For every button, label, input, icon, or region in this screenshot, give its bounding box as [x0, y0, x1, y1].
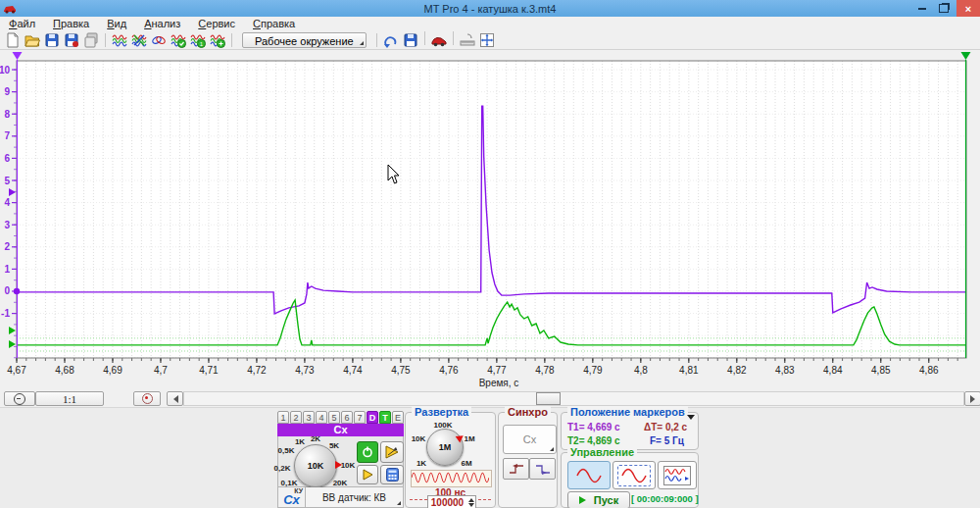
waveform-one-icon[interactable]: 1	[188, 31, 208, 49]
channel-tab-3[interactable]: 3	[303, 411, 315, 424]
gain-scale-label: 0,5K	[278, 446, 295, 455]
sweep-scale-label: 1K	[416, 459, 426, 468]
target-icon	[142, 393, 153, 404]
waveform-icon[interactable]	[110, 31, 129, 49]
fit-view-icon[interactable]	[477, 31, 497, 49]
x-axis-title: Время, с	[479, 378, 519, 388]
single-sweep-mode-button[interactable]	[567, 461, 611, 489]
menu-item-service[interactable]: Сервис	[189, 17, 244, 30]
calculator-button[interactable]	[380, 465, 404, 484]
marker-flag-t2[interactable]	[961, 52, 971, 60]
gain-knob[interactable]: 10K	[294, 444, 337, 487]
amplifier-button[interactable]	[380, 441, 404, 463]
spinner-arrows-icon[interactable]	[466, 495, 475, 508]
control-title: Управление	[567, 446, 637, 458]
collapse-icon[interactable]	[687, 415, 695, 420]
scrollbar-track[interactable]	[183, 391, 964, 406]
channel-play-button[interactable]	[357, 465, 378, 484]
phase-plot-icon[interactable]	[149, 31, 169, 49]
menu-item-edit[interactable]: Правка	[44, 17, 98, 30]
svg-text:6: 6	[4, 153, 10, 164]
menu-bar: ФайлПравкаВидАнализСервисСправка	[0, 17, 980, 30]
start-label: Пуск	[594, 494, 618, 506]
sweep-scale-label: 6M	[461, 459, 471, 468]
multichannel-icon	[663, 466, 691, 485]
svg-text:4,79: 4,79	[583, 365, 603, 376]
close-button[interactable]: ×	[956, 0, 980, 17]
markers-title: Положение маркеров	[567, 406, 688, 418]
restore-button[interactable]	[933, 0, 955, 17]
sync-source-dropdown[interactable]: Сх	[503, 425, 557, 454]
sweep-knob-value: 1M	[439, 442, 452, 452]
scroll-right-button[interactable]	[964, 391, 980, 406]
menu-item-file[interactable]: Файл	[0, 17, 44, 30]
svg-text:4,85: 4,85	[871, 365, 891, 376]
frame-sweep-mode-button[interactable]	[612, 461, 656, 489]
scale-button[interactable]: 1:1	[35, 391, 104, 406]
channel-tab-6[interactable]: 6	[341, 411, 353, 424]
sweep-scale-label: 10K	[412, 434, 426, 443]
menu-item-view[interactable]: Вид	[98, 17, 135, 30]
follow-marker-button[interactable]	[133, 391, 161, 406]
svg-text:4,67: 4,67	[7, 365, 26, 376]
svg-text:4,81: 4,81	[679, 365, 699, 376]
channel-power-button[interactable]	[357, 441, 378, 463]
waveform-overlay-icon[interactable]	[129, 31, 149, 49]
sweep-title: Развертка	[412, 406, 471, 418]
start-button[interactable]: Пуск	[567, 491, 630, 508]
power-icon	[362, 446, 373, 458]
scroll-left-button[interactable]	[167, 391, 183, 406]
channel-tab-т[interactable]: Т	[379, 411, 391, 424]
falling-edge-button[interactable]	[529, 458, 556, 480]
svg-text:4,83: 4,83	[775, 365, 795, 376]
save-session-icon[interactable]	[401, 31, 420, 49]
multichannel-mode-button[interactable]	[658, 461, 697, 489]
sensor-dropdown[interactable]: ВВ датчик: КВ	[306, 487, 404, 508]
scrollbar-thumb[interactable]	[536, 392, 561, 405]
svg-text:4,71: 4,71	[199, 365, 219, 376]
channel-tab-d[interactable]: D	[367, 411, 378, 424]
undo-icon[interactable]	[381, 31, 401, 49]
save-as-icon[interactable]	[62, 31, 81, 49]
workspace-dropdown-button[interactable]: Рабочее окружение	[242, 32, 367, 48]
meter-icon[interactable]	[458, 31, 477, 49]
sweep-scale-label: 1M	[464, 434, 474, 443]
channel-level-marker[interactable]	[9, 188, 16, 196]
waveform-sync-icon[interactable]	[208, 31, 227, 49]
new-file-icon[interactable]	[3, 31, 23, 49]
toolbar-separator	[453, 31, 454, 45]
marker-flag-t1[interactable]	[13, 52, 23, 60]
arrow-right-icon	[970, 395, 979, 403]
open-file-icon[interactable]	[23, 31, 42, 49]
plot-background[interactable]	[17, 61, 966, 358]
menu-item-analysis[interactable]: Анализ	[135, 17, 189, 30]
channel-tab-4[interactable]: 4	[316, 411, 327, 424]
minimize-button[interactable]	[911, 0, 933, 17]
sine-preview-icon	[412, 471, 489, 484]
channel-tab-5[interactable]: 5	[328, 411, 340, 424]
sine-icon	[575, 467, 603, 484]
zoom-out-button[interactable]	[4, 391, 35, 406]
svg-text:4,68: 4,68	[55, 365, 74, 376]
elapsed-timer: [ 00:00:09:000 ]	[631, 493, 698, 504]
menu-item-help[interactable]: Справка	[244, 17, 304, 30]
save-copy-icon[interactable]	[81, 31, 101, 49]
channel-tab-7[interactable]: 7	[354, 411, 366, 424]
toolbar-separator	[105, 33, 106, 47]
play-icon	[362, 469, 373, 481]
channel-tab-e[interactable]: E	[392, 411, 404, 424]
channel-level-marker[interactable]	[9, 327, 16, 334]
car-demo-icon[interactable]	[429, 31, 449, 49]
rising-edge-button[interactable]	[503, 458, 529, 480]
channel-zero-marker[interactable]	[14, 288, 20, 294]
svg-text:3: 3	[4, 220, 10, 230]
samples-spinner[interactable]: 100000	[427, 495, 476, 508]
sensor-mode-button[interactable]: Сх КУ	[277, 487, 306, 508]
channel-tab-2[interactable]: 2	[290, 411, 302, 424]
app-window: MT Pro 4 - катушка к.3.mt4 × ФайлПравкаВ…	[0, 0, 980, 508]
waveform-check-icon[interactable]	[169, 31, 188, 49]
svg-text:4,82: 4,82	[727, 365, 747, 376]
oscilloscope-plot[interactable]: 109876543210-14,674,684,694,74,714,724,7…	[0, 50, 980, 390]
save-icon[interactable]	[42, 31, 62, 49]
channel-tab-1[interactable]: 1	[277, 411, 289, 424]
